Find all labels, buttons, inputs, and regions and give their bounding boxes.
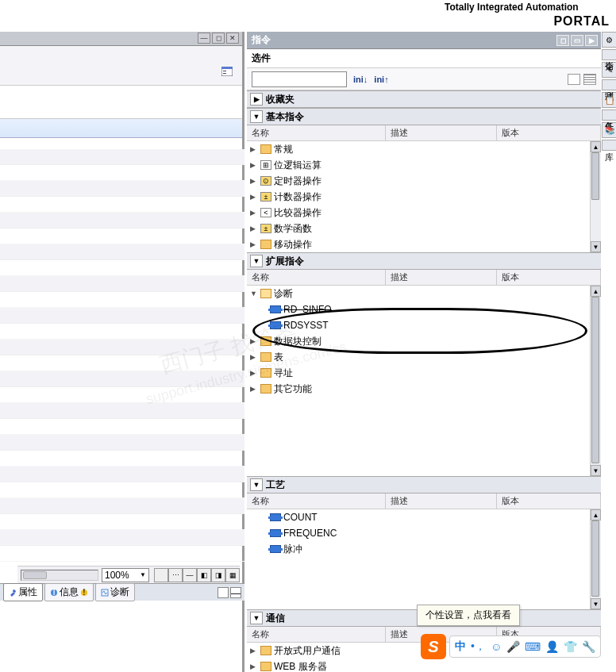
sidetab-icon-test[interactable]: ✎	[602, 62, 616, 78]
ext-columns: 名称 描述 版本	[247, 270, 601, 286]
zoom-select[interactable]: 100%▼	[102, 568, 149, 582]
minimize-button[interactable]: —	[198, 33, 210, 44]
tech-columns: 名称 描述 版本	[247, 493, 601, 509]
search-down-icon[interactable]: ini↓	[353, 75, 368, 84]
instructions-panel: 指令 ◻ ▭ ▶ 选件 ini↓ ini↑ ▶ 收藏夹 ▼ 基本指令 名称 描述…	[247, 32, 601, 672]
inspector-btn-1[interactable]	[218, 587, 229, 598]
counter-icon: ±	[260, 192, 271, 202]
sidetab-instructions[interactable]: 指令	[602, 49, 616, 60]
ime-smile-icon[interactable]: ☺	[491, 640, 502, 653]
chevron-down-icon[interactable]: ▼	[250, 110, 263, 123]
ime-lang[interactable]: 中	[455, 639, 466, 654]
section-favorites[interactable]: ▶ 收藏夹	[247, 90, 601, 108]
left-panel: — ◻ ✕ 100%▼ ⋯ — ◧ ◨ ▦	[0, 32, 244, 672]
math-icon: ±	[260, 224, 271, 233]
zoom-tool-2[interactable]: ⋯	[168, 568, 183, 582]
zoom-tool-6[interactable]: ▦	[225, 568, 240, 582]
sogou-logo-icon[interactable]: S	[421, 634, 446, 659]
col-ver: 版本	[497, 125, 601, 140]
zoom-tool-4[interactable]: ◧	[197, 568, 211, 582]
zoom-tool-3[interactable]: —	[183, 568, 197, 582]
chevron-down-icon[interactable]: ▼	[250, 612, 263, 624]
panel-titlebar: 指令 ◻ ▭ ▶	[247, 32, 601, 49]
search-input[interactable]	[252, 71, 347, 87]
tree-item-dblock[interactable]: ▶数据块控制	[247, 333, 601, 349]
options-header: 选件	[247, 49, 601, 68]
ime-punct-icon[interactable]: •，	[471, 639, 486, 654]
search-up-icon[interactable]: ini↑	[374, 75, 388, 84]
h-scrollbar[interactable]	[21, 570, 98, 581]
view-grid-button[interactable]	[583, 74, 596, 85]
basic-tree: ▶常规 ▶⊞位逻辑运算 ▶⊙定时器操作 ▶±计数器操作 ▶<比较器操作 ▶±数学…	[247, 141, 601, 252]
chevron-right-icon[interactable]: ▶	[250, 93, 263, 106]
section-extended[interactable]: ▼ 扩展指令	[247, 252, 601, 270]
tree-item-pulse[interactable]: 脉冲控制脉冲宽度调制	[247, 541, 601, 557]
zoom-tool-5[interactable]: ◨	[211, 568, 225, 582]
left-grid	[0, 149, 244, 562]
ime-keyboard-icon[interactable]: ⌨	[525, 640, 541, 653]
sidetab-icon-instr[interactable]: ⚙	[602, 32, 616, 48]
zoom-tool-1[interactable]	[154, 568, 168, 582]
inspector-btn-2[interactable]: —	[230, 587, 241, 598]
tech-scrollbar[interactable]: ▲▼	[590, 509, 601, 609]
tree-item-move[interactable]: ▶移动操作	[247, 236, 601, 252]
section-tech[interactable]: ▼ 工艺	[247, 476, 601, 493]
ext-tree: ▼诊断 RD_SINFO读取当前 OB 启动信...V1.1 RDSYSST读取…	[247, 286, 601, 476]
ime-skin-icon[interactable]: 👕	[564, 640, 577, 653]
tree-item-count[interactable]: COUNT控制计数器	[247, 509, 601, 525]
tree-item-compare[interactable]: ▶<比较器操作	[247, 205, 601, 221]
svg-text:!: !	[83, 589, 85, 597]
tech-tree: COUNT控制计数器 FREQUENC控制频率测量 脉冲控制脉冲宽度调制 ▲▼	[247, 509, 601, 609]
block-icon	[270, 513, 281, 521]
tab-info[interactable]: i 信息 !	[44, 583, 94, 601]
sidetab-icon-task[interactable]: 📋	[602, 92, 616, 108]
block-icon	[270, 321, 281, 329]
close-button[interactable]: ✕	[226, 33, 239, 44]
tab-properties[interactable]: 属性	[3, 583, 43, 601]
tree-item-timer[interactable]: ▶⊙定时器操作	[247, 173, 601, 189]
tree-item-other[interactable]: ▶其它功能	[247, 381, 601, 397]
tree-item-general[interactable]: ▶常规	[247, 141, 601, 157]
info-icon: i	[50, 589, 58, 597]
ext-scrollbar[interactable]: ▲▼	[590, 286, 601, 476]
brand-subtitle: PORTAL	[553, 14, 610, 29]
panel-collapse-button[interactable]: ▶	[585, 35, 598, 46]
tree-item-addr[interactable]: ▶寻址	[247, 365, 601, 381]
sidetab-task[interactable]: 任务	[602, 109, 616, 121]
section-basic[interactable]: ▼ 基本指令	[247, 108, 601, 125]
tree-item-counter[interactable]: ▶±计数器操作	[247, 189, 601, 205]
tree-item-frequenc[interactable]: FREQUENC控制频率测量	[247, 525, 601, 541]
panel-btn-2[interactable]: ▭	[571, 35, 583, 46]
tree-item-rdsysst[interactable]: RDSYSST读取系统状态列表V1.1▼	[247, 317, 601, 333]
bitlogic-icon: ⊞	[260, 160, 271, 170]
left-header-row	[0, 119, 242, 138]
left-titlebar: — ◻ ✕	[0, 32, 242, 46]
left-toolbar-1	[0, 46, 242, 86]
panel-btn-1[interactable]: ◻	[556, 35, 569, 46]
sidetab-library[interactable]: 库	[602, 140, 616, 151]
tree-item-math[interactable]: ▶±数学函数	[247, 221, 601, 236]
ime-tool-icon[interactable]: 🔧	[582, 640, 595, 653]
tree-item-table[interactable]: ▶表	[247, 349, 601, 365]
tree-item-rd-sinfo[interactable]: RD_SINFO读取当前 OB 启动信...V1.1	[247, 301, 601, 317]
diag-icon	[101, 589, 109, 597]
maximize-button[interactable]: ◻	[212, 33, 225, 44]
tree-item-diag-folder[interactable]: ▼诊断	[247, 286, 601, 301]
basic-scrollbar[interactable]: ▲▼	[590, 141, 601, 252]
ime-mic-icon[interactable]: 🎤	[506, 640, 520, 653]
tab-diagnostics[interactable]: 诊断	[95, 583, 135, 601]
ime-toolbar: S 中 •， ☺ 🎤 ⌨ 👤 👕 🔧	[421, 632, 601, 661]
timer-icon: ⊙	[260, 176, 271, 186]
chevron-down-icon[interactable]: ▼	[250, 478, 263, 491]
warn-icon: !	[80, 589, 88, 597]
sidetab-test[interactable]: 测试	[602, 79, 616, 90]
view-list-button[interactable]	[568, 74, 580, 85]
chevron-down-icon[interactable]: ▼	[250, 255, 263, 267]
inspector-tabs: 属性 i 信息 ! 诊断 —	[0, 583, 244, 601]
form-icon	[221, 67, 233, 76]
ime-person-icon[interactable]: 👤	[545, 640, 559, 653]
col-desc: 描述	[386, 125, 497, 140]
sidetab-icon-lib[interactable]: 📚	[602, 122, 616, 138]
wrench-icon	[9, 589, 17, 597]
tree-item-bitlogic[interactable]: ▶⊞位逻辑运算	[247, 157, 601, 173]
